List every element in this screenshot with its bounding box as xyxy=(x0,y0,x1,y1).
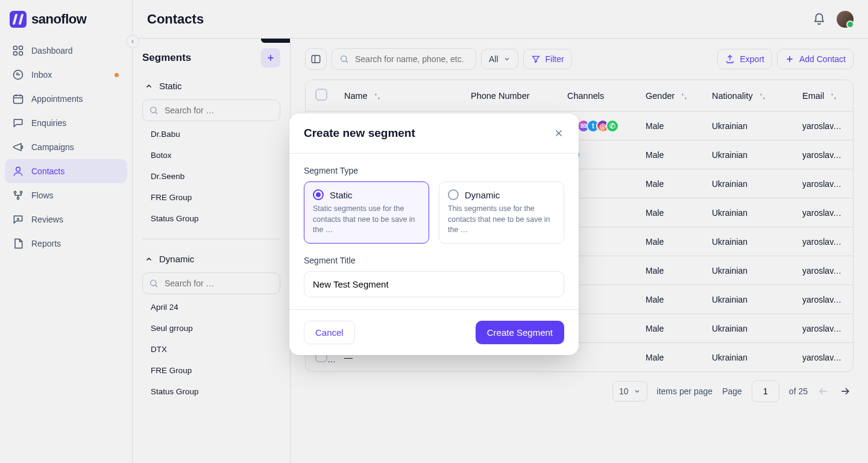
modal-close-button[interactable] xyxy=(553,128,564,139)
static-desc: Static segments use for the contacts tha… xyxy=(313,204,420,236)
segment-type-static[interactable]: Static Static segments use for the conta… xyxy=(304,181,429,244)
radio-icon xyxy=(313,189,324,200)
modal-title: Create new segment xyxy=(304,127,415,140)
segment-type-label: Segment Type xyxy=(304,166,564,175)
dynamic-desc: This segments use for the contacts that … xyxy=(448,204,555,236)
segment-title-input[interactable] xyxy=(304,271,564,297)
create-segment-button[interactable]: Create Segment xyxy=(476,321,564,344)
create-segment-modal: Create new segment Segment Type Static S… xyxy=(289,113,579,355)
cancel-button[interactable]: Cancel xyxy=(304,321,355,344)
segment-title-label: Segment Title xyxy=(304,256,564,265)
radio-icon xyxy=(448,189,459,200)
segment-type-dynamic[interactable]: Dynamic This segments use for the contac… xyxy=(439,181,564,244)
app-root: sanoflow Dashboard Inbox Appointments En… xyxy=(0,0,868,463)
